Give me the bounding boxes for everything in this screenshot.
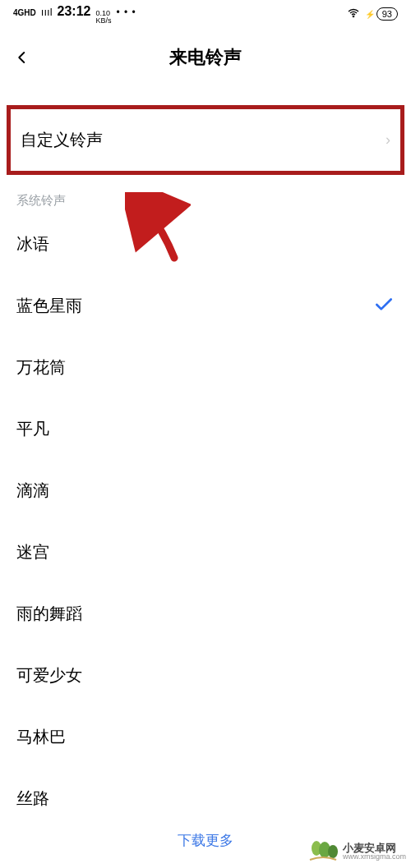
watermark-domain: www.xmsigma.com [343, 853, 406, 861]
nav-header: 来电铃声 [0, 34, 411, 80]
watermark-text: 小麦安卓网 www.xmsigma.com [343, 843, 406, 861]
ringtone-row[interactable]: 迷宫 [0, 521, 411, 583]
ringtone-label: 雨的舞蹈 [16, 603, 82, 625]
ringtone-label: 可爱少女 [16, 664, 82, 687]
more-icon: • • • [116, 7, 136, 18]
battery-pill: 93 [376, 7, 398, 21]
ringtone-list: 冰语 蓝色星雨 万花筒 平凡 滴滴 迷宫 雨的舞蹈 可爱少女 马林巴 [0, 214, 411, 829]
status-left: 4GHD ıııl 23:12 0.10KB/s • • • [13, 4, 136, 25]
ringtone-label: 丝路 [16, 788, 49, 810]
custom-ringtone-row[interactable]: 自定义铃声 › [7, 105, 404, 175]
ringtone-row[interactable]: 滴滴 [0, 460, 411, 521]
battery-indicator: ⚡ 93 [365, 7, 398, 21]
ringtone-row[interactable]: 可爱少女 [0, 645, 411, 706]
battery-percent: 93 [382, 9, 392, 19]
ringtone-row[interactable]: 平凡 [0, 398, 411, 460]
status-right: ⚡ 93 [347, 7, 398, 22]
svg-point-3 [328, 845, 338, 858]
status-time: 23:12 [58, 4, 91, 19]
status-bar: 4GHD ıııl 23:12 0.10KB/s • • • ⚡ 93 [0, 0, 411, 28]
check-icon [373, 294, 395, 319]
ringtone-label: 滴滴 [16, 480, 49, 502]
ringtone-label: 迷宫 [16, 541, 49, 563]
ringtone-row[interactable]: 马林巴 [0, 706, 411, 768]
svg-point-0 [353, 16, 353, 16]
network-badge: 4GHD [13, 8, 36, 17]
ringtone-label: 马林巴 [16, 726, 66, 748]
ringtone-label: 蓝色星雨 [16, 295, 82, 317]
custom-ringtone-wrap: 自定义铃声 › [0, 90, 411, 178]
chevron-left-icon [15, 50, 30, 65]
ringtone-row[interactable]: 蓝色星雨 [0, 275, 411, 337]
section-title-system: 系统铃声 [0, 178, 411, 214]
ringtone-row[interactable]: 雨的舞蹈 [0, 583, 411, 645]
ringtone-label: 万花筒 [16, 356, 66, 379]
custom-ringtone-label: 自定义铃声 [21, 129, 103, 151]
signal-bars-icon: ıııl [41, 6, 53, 18]
watermark-logo-icon [307, 840, 339, 863]
content: 自定义铃声 › 系统铃声 冰语 蓝色星雨 万花筒 平凡 滴滴 迷宫 雨的舞蹈 [0, 90, 411, 868]
charging-icon: ⚡ [365, 10, 375, 19]
ringtone-row[interactable]: 冰语 [0, 214, 411, 275]
ringtone-row[interactable]: 万花筒 [0, 337, 411, 398]
ringtone-label: 冰语 [16, 233, 49, 255]
ringtone-label: 平凡 [16, 418, 49, 440]
back-button[interactable] [10, 45, 35, 70]
ringtone-row[interactable]: 丝路 [0, 768, 411, 829]
chevron-right-icon: › [386, 131, 390, 149]
wifi-icon [347, 7, 360, 22]
watermark: 小麦安卓网 www.xmsigma.com [307, 840, 406, 863]
net-speed: 0.10KB/s [95, 10, 111, 25]
page-title: 来电铃声 [169, 45, 242, 70]
